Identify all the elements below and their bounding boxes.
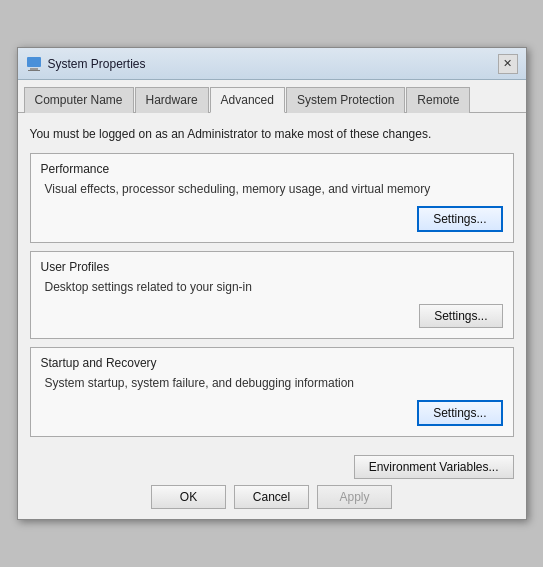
startup-recovery-footer: Settings... (41, 400, 503, 426)
svg-rect-1 (30, 68, 38, 70)
title-bar: System Properties ✕ (18, 48, 526, 80)
svg-rect-0 (27, 57, 41, 67)
performance-section: Performance Visual effects, processor sc… (30, 153, 514, 243)
tab-system-protection[interactable]: System Protection (286, 87, 405, 113)
title-bar-left: System Properties (26, 56, 146, 72)
svg-rect-2 (28, 70, 40, 71)
tab-bar: Computer Name Hardware Advanced System P… (18, 80, 526, 113)
user-profiles-title: User Profiles (41, 260, 503, 274)
cancel-button[interactable]: Cancel (234, 485, 309, 509)
window-title: System Properties (48, 57, 146, 71)
footer: Environment Variables... OK Cancel Apply (18, 447, 526, 519)
performance-title: Performance (41, 162, 503, 176)
user-profiles-description: Desktop settings related to your sign-in (41, 278, 503, 296)
system-properties-window: System Properties ✕ Computer Name Hardwa… (17, 47, 527, 520)
environment-variables-button[interactable]: Environment Variables... (354, 455, 514, 479)
info-message: You must be logged on as an Administrato… (30, 123, 514, 145)
close-button[interactable]: ✕ (498, 54, 518, 74)
tab-hardware[interactable]: Hardware (135, 87, 209, 113)
user-profiles-footer: Settings... (41, 304, 503, 328)
tab-remote[interactable]: Remote (406, 87, 470, 113)
startup-recovery-description: System startup, system failure, and debu… (41, 374, 503, 392)
user-profiles-settings-button[interactable]: Settings... (419, 304, 502, 328)
ok-button[interactable]: OK (151, 485, 226, 509)
tab-content: You must be logged on as an Administrato… (18, 113, 526, 447)
performance-footer: Settings... (41, 206, 503, 232)
startup-recovery-section: Startup and Recovery System startup, sys… (30, 347, 514, 437)
startup-recovery-title: Startup and Recovery (41, 356, 503, 370)
user-profiles-section: User Profiles Desktop settings related t… (30, 251, 514, 339)
window-icon (26, 56, 42, 72)
footer-bottom: OK Cancel Apply (30, 485, 514, 509)
tab-computer-name[interactable]: Computer Name (24, 87, 134, 113)
apply-button[interactable]: Apply (317, 485, 392, 509)
performance-description: Visual effects, processor scheduling, me… (41, 180, 503, 198)
startup-recovery-settings-button[interactable]: Settings... (417, 400, 502, 426)
tab-advanced[interactable]: Advanced (210, 87, 285, 113)
performance-settings-button[interactable]: Settings... (417, 206, 502, 232)
footer-top: Environment Variables... (30, 455, 514, 479)
